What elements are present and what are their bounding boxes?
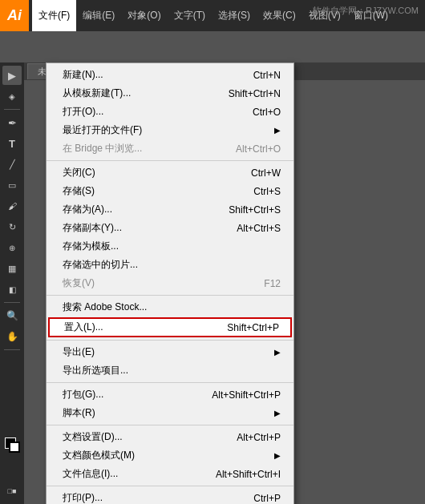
menu-item-color-mode[interactable]: 文档颜色模式(M) ▶ (47, 446, 293, 465)
menu-item-file-info[interactable]: 文件信息(I)... Alt+Shift+Ctrl+I (47, 465, 293, 483)
separator-5 (47, 425, 293, 425)
separator-2 (47, 295, 293, 296)
menu-item-open[interactable]: 打开(O)... Ctrl+O (47, 103, 293, 121)
menu-item-save-copy[interactable]: 存储副本(Y)... Alt+Ctrl+S (47, 219, 293, 237)
dropdown-overlay: 新建(N)... Ctrl+N 从模板新建(T)... Shift+Ctrl+N… (0, 62, 425, 504)
menu-item-export-selected[interactable]: 导出所选项目... (47, 361, 293, 380)
menu-item-new[interactable]: 新建(N)... Ctrl+N (47, 66, 293, 84)
menu-select[interactable]: 选择(S) (212, 0, 257, 31)
menu-item-scripts[interactable]: 脚本(R) ▶ (47, 404, 293, 422)
canvas-area: ▶ ◈ ✒ T ╱ ▭ 🖌 ↻ ⊕ ▦ ◧ 🔍 ✋ □■ 未标题-1 (0, 31, 425, 504)
menu-object[interactable]: 对象(O) (121, 0, 167, 31)
separator-4 (47, 382, 293, 383)
menu-item-save-template[interactable]: 存储为模板... (47, 237, 293, 256)
menu-item-recent[interactable]: 最近打开的文件(F) ▶ (47, 121, 293, 139)
watermark-text: 软件自学网：RJZXW.COM (313, 5, 419, 17)
menu-item-doc-settings[interactable]: 文档设置(D)... Alt+Ctrl+P (47, 428, 293, 446)
menu-item-bridge: 在 Bridge 中浏览... Alt+Ctrl+O (47, 139, 293, 158)
menu-item-save[interactable]: 存储(S) Ctrl+S (47, 182, 293, 200)
separator-6 (47, 486, 293, 486)
menu-edit[interactable]: 编辑(E) (76, 0, 121, 31)
menu-item-revert: 恢复(V) F12 (47, 274, 293, 292)
separator-3 (47, 340, 293, 341)
file-menu-dropdown: 新建(N)... Ctrl+N 从模板新建(T)... Shift+Ctrl+N… (46, 62, 294, 504)
menu-item-save-as[interactable]: 存储为(A)... Shift+Ctrl+S (47, 200, 293, 219)
ai-logo: Ai (0, 0, 29, 31)
menu-item-close[interactable]: 关闭(C) Ctrl+W (47, 163, 293, 182)
menu-item-save-slices[interactable]: 存储选中的切片... (47, 256, 293, 274)
menu-item-export[interactable]: 导出(E) ▶ (47, 343, 293, 361)
top-bar: Ai 文件(F) 编辑(E) 对象(O) 文字(T) 选择(S) 效果(C) 视… (0, 0, 425, 31)
menu-item-adobe-stock[interactable]: 搜索 Adobe Stock... (47, 298, 293, 317)
menu-item-place[interactable]: 置入(L)... Shift+Ctrl+P (48, 317, 292, 337)
menu-item-package[interactable]: 打包(G)... Alt+Shift+Ctrl+P (47, 385, 293, 404)
menu-effect[interactable]: 效果(C) (257, 0, 302, 31)
menu-file[interactable]: 文件(F) (32, 0, 76, 31)
menu-item-new-from-template[interactable]: 从模板新建(T)... Shift+Ctrl+N (47, 84, 293, 103)
menu-item-print[interactable]: 打印(P)... Ctrl+P (47, 489, 293, 504)
menu-text[interactable]: 文字(T) (168, 0, 212, 31)
separator-1 (47, 160, 293, 161)
